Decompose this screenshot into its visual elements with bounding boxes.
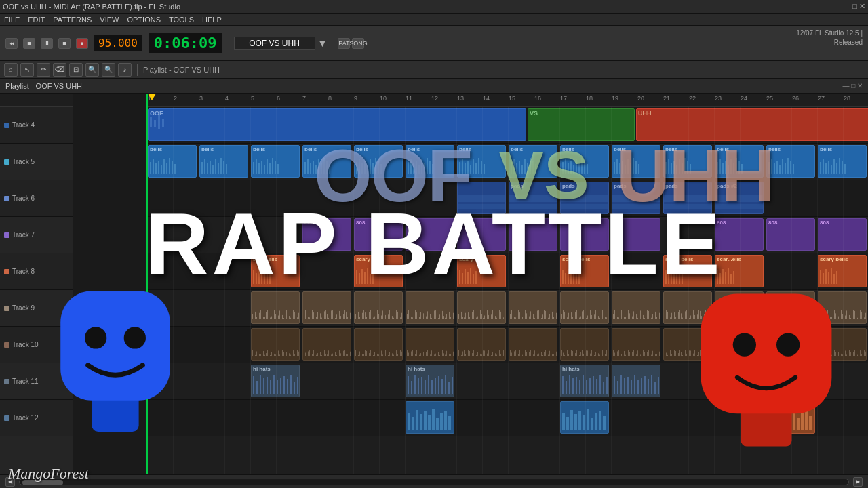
pattern-hats-7[interactable] xyxy=(509,291,557,324)
pattern-perc-3[interactable] xyxy=(302,328,351,361)
pattern-808-6[interactable]: 808 xyxy=(612,218,660,251)
pattern-hats-10[interactable] xyxy=(663,291,712,324)
stop2-button[interactable]: ■ xyxy=(58,38,71,49)
pattern-pads-7[interactable]: pads xyxy=(509,182,557,214)
tool-mute[interactable]: ♪ xyxy=(118,63,132,77)
tool-draw[interactable]: ✏ xyxy=(37,63,50,77)
tool-zoom-in[interactable]: 🔍 xyxy=(85,63,99,77)
pause-button[interactable]: ⏸ xyxy=(41,38,53,49)
pattern-hats-2[interactable] xyxy=(251,291,300,324)
pattern-hihats-4[interactable]: hi hats xyxy=(715,365,764,397)
record-button[interactable]: ● xyxy=(76,38,88,49)
pattern-bells-9[interactable]: bells xyxy=(612,145,660,178)
pattern-hats-6[interactable] xyxy=(457,291,506,324)
pattern-scary-bells-5[interactable]: scar...ells xyxy=(715,255,764,287)
pattern-scary-bells-3[interactable]: scary bells xyxy=(560,255,609,287)
pattern-perc-9[interactable] xyxy=(612,328,660,361)
pattern-perc-4[interactable] xyxy=(354,328,403,361)
menu-options[interactable]: OPTIONS xyxy=(127,16,161,24)
pattern-hats-4[interactable] xyxy=(354,291,403,324)
pattern-perc-2[interactable] xyxy=(251,328,300,361)
rewind-button[interactable]: ⏮ xyxy=(5,38,18,49)
scrollbar-thumb[interactable] xyxy=(22,480,63,485)
scrollbar-track[interactable] xyxy=(19,479,849,485)
menu-patterns[interactable]: PATTERNS xyxy=(53,16,92,24)
pattern-perc-8[interactable] xyxy=(560,328,609,361)
menu-tools[interactable]: TOOLS xyxy=(169,16,194,24)
pattern-perc-10[interactable] xyxy=(663,328,712,361)
pattern-perc-7[interactable] xyxy=(509,328,557,361)
stop-button[interactable]: ■ xyxy=(23,38,35,49)
bpm-display[interactable]: 95.000 xyxy=(94,35,142,52)
pattern-bells-7[interactable]: bells xyxy=(509,145,557,178)
song-button[interactable]: SONG xyxy=(352,38,364,49)
playlist-window-controls[interactable]: — □ ✕ xyxy=(842,82,863,89)
pattern-bells-3[interactable]: bells xyxy=(302,145,351,178)
pattern-bass-2[interactable]: 80_ope xyxy=(766,401,815,434)
pattern-pads-11[interactable]: pads #2 xyxy=(715,182,764,214)
pattern-perc-5[interactable] xyxy=(406,328,454,361)
pattern-perc-6[interactable] xyxy=(457,328,506,361)
menu-file[interactable]: FILE xyxy=(4,16,20,24)
pattern-bells-8[interactable]: bells xyxy=(560,145,609,178)
pattern-hihats-1[interactable]: hi hats xyxy=(406,365,454,397)
song-name-arrow[interactable]: ▼ xyxy=(318,38,328,49)
pattern-hats-9[interactable] xyxy=(612,291,660,324)
pattern-scary-bells-6[interactable]: scary bells xyxy=(818,255,867,287)
pattern-bells-5[interactable]: bells xyxy=(406,145,454,178)
pattern-hihats-3[interactable] xyxy=(612,365,660,397)
pattern-bells-11[interactable]: bells xyxy=(715,145,764,178)
pattern-bells-10[interactable]: bells xyxy=(663,145,712,178)
pattern-808-9[interactable]: 808 xyxy=(818,218,867,251)
pattern-scary-bells-4[interactable]: scary bells xyxy=(663,255,712,287)
pattern-scary-bells-1[interactable]: scary bells xyxy=(354,255,403,287)
pattern-808-8[interactable]: 808 xyxy=(766,218,815,251)
pattern-bells-1[interactable]: bells xyxy=(199,145,248,178)
pattern-hats-3[interactable] xyxy=(302,291,351,324)
pattern-bass-0[interactable] xyxy=(406,401,454,434)
pattern-vs[interactable]: VS xyxy=(528,108,635,141)
pattern-oof[interactable]: OOF xyxy=(148,108,526,141)
pattern-bells-4[interactable]: bells xyxy=(354,145,403,178)
pattern-bells-2[interactable]: bells xyxy=(251,145,300,178)
pattern-808-1[interactable]: 808 xyxy=(354,218,403,251)
pattern-bass-1[interactable] xyxy=(560,401,609,434)
menu-view[interactable]: VIEW xyxy=(100,16,119,24)
pattern-perc-13[interactable] xyxy=(818,328,867,361)
pattern-bells-6[interactable]: bells xyxy=(457,145,506,178)
pattern-hats-8[interactable] xyxy=(560,291,609,324)
pattern-808-2[interactable]: 808 xyxy=(406,218,454,251)
bottom-prev[interactable]: ◀ xyxy=(5,477,15,487)
menu-help[interactable]: HELP xyxy=(202,16,222,24)
pat-button[interactable]: PAT xyxy=(338,38,350,49)
pattern-pads-9[interactable]: pads xyxy=(612,182,660,214)
pattern-pads-10[interactable]: pads xyxy=(663,182,712,214)
pattern-808-7[interactable]: 808 xyxy=(715,218,764,251)
pattern-bells-0[interactable]: bells xyxy=(148,145,197,178)
pattern-808-3[interactable]: 808 xyxy=(457,218,506,251)
tool-erase[interactable]: ⌫ xyxy=(53,63,66,77)
tool-zoom-out[interactable]: 🔍 xyxy=(102,63,115,77)
pattern-hihats-0[interactable]: hi hats xyxy=(251,365,300,397)
pattern-hats-11[interactable] xyxy=(715,291,764,324)
tool-cursor[interactable]: ↖ xyxy=(20,63,34,77)
pattern-hihats-2[interactable]: hi hats xyxy=(560,365,609,397)
bottom-next[interactable]: ▶ xyxy=(853,477,863,487)
tool-home[interactable]: ⌂ xyxy=(4,63,18,77)
pattern-808-4[interactable]: 808 xyxy=(509,218,557,251)
pattern-hats-13[interactable] xyxy=(818,291,867,324)
tool-select[interactable]: ⊡ xyxy=(69,63,83,77)
pattern-bells-12[interactable]: bells xyxy=(766,145,815,178)
pattern-uhh[interactable]: UHH xyxy=(636,108,868,141)
pattern-bells-13[interactable]: bells xyxy=(818,145,867,178)
playlist-content[interactable]: document.addEventListener('DOMContentLoa… xyxy=(146,107,868,474)
pattern-808-5[interactable]: 808 xyxy=(560,218,609,251)
pattern-scary-bells-2[interactable]: scary bells xyxy=(457,255,506,287)
pattern-pads-8[interactable]: pads xyxy=(560,182,609,214)
pattern-hats-12[interactable] xyxy=(766,291,815,324)
menu-edit[interactable]: EDIT xyxy=(28,16,45,24)
pattern-hats-5[interactable] xyxy=(406,291,454,324)
pattern-perc-11[interactable] xyxy=(715,328,764,361)
pattern-scary-bells-0[interactable]: scar...ells xyxy=(251,255,300,287)
pattern-808-0[interactable]: 808 xyxy=(302,218,351,251)
